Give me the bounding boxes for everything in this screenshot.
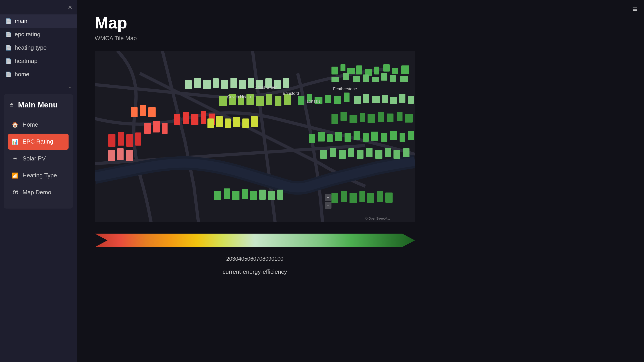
menu-item-label: Solar PV xyxy=(22,155,46,162)
svg-rect-62 xyxy=(219,96,226,106)
main-menu-header: 🖥 Main Menu xyxy=(8,100,68,113)
legend-tick-50: 50 xyxy=(244,256,250,262)
svg-rect-109 xyxy=(350,193,357,203)
sidebar-item-epc-rating[interactable]: 📄 epc rating xyxy=(0,28,77,41)
sidebar: × 📄 main 📄 epc rating 📄 heating type 📄 h… xyxy=(0,0,77,362)
svg-rect-87 xyxy=(144,123,151,134)
svg-rect-91 xyxy=(140,105,146,116)
svg-rect-71 xyxy=(194,78,201,88)
svg-rect-55 xyxy=(348,148,354,157)
svg-rect-77 xyxy=(248,78,254,88)
map-icon: 🗺 xyxy=(12,189,18,196)
legend-tick-90: 90 xyxy=(268,256,274,262)
menu-item-label: Heating Type xyxy=(22,172,57,179)
menu-item-heating-type[interactable]: 📶 Heating Type xyxy=(8,167,68,183)
svg-rect-26 xyxy=(372,96,380,103)
menu-item-map-demo[interactable]: 🗺 Map Demo xyxy=(8,184,68,200)
svg-rect-83 xyxy=(183,112,189,124)
svg-rect-59 xyxy=(385,148,391,157)
svg-rect-66 xyxy=(256,96,264,106)
svg-rect-69 xyxy=(284,94,291,105)
svg-rect-92 xyxy=(148,107,156,117)
menu-item-label: Home xyxy=(22,121,38,128)
sidebar-item-main[interactable]: 📄 main xyxy=(0,15,77,28)
svg-rect-110 xyxy=(360,191,365,202)
svg-rect-18 xyxy=(298,96,304,105)
chevron-down-icon: ⌄ xyxy=(68,84,72,90)
sidebar-nav: 📄 main 📄 epc rating 📄 heating type 📄 hea… xyxy=(0,13,77,83)
menu-item-solar-pv[interactable]: ☀ Solar PV xyxy=(8,151,68,167)
svg-rect-107 xyxy=(332,193,338,203)
svg-text:Cross Green: Cross Green xyxy=(254,85,278,90)
svg-rect-30 xyxy=(408,96,414,104)
svg-rect-28 xyxy=(390,97,397,104)
svg-rect-54 xyxy=(339,150,346,159)
svg-rect-93 xyxy=(208,119,214,128)
menu-item-home[interactable]: 🏠 Home xyxy=(8,117,68,133)
svg-rect-106 xyxy=(277,190,283,200)
sidebar-item-home[interactable]: 📄 home xyxy=(0,68,77,81)
svg-rect-85 xyxy=(201,111,206,124)
legend-tick-20: 20 xyxy=(226,256,232,262)
svg-rect-3 xyxy=(347,68,355,74)
svg-rect-11 xyxy=(343,73,349,80)
svg-rect-76 xyxy=(239,80,246,89)
svg-rect-81 xyxy=(283,78,289,88)
legend-tick-30: 30 xyxy=(232,256,238,262)
main-content: ≡ Map WMCA Tile Map xyxy=(77,0,644,362)
svg-rect-115 xyxy=(118,132,124,146)
svg-rect-50 xyxy=(400,133,405,142)
svg-rect-116 xyxy=(126,134,133,147)
sidebar-item-heating-type[interactable]: 📄 heating type xyxy=(0,41,77,54)
top-right-menu: ≡ xyxy=(632,5,637,14)
legend-tick-100: 100 xyxy=(274,256,284,262)
svg-rect-43 xyxy=(335,132,342,141)
svg-rect-29 xyxy=(399,94,406,103)
svg-rect-105 xyxy=(268,191,275,200)
svg-rect-99 xyxy=(214,191,221,200)
svg-rect-21 xyxy=(325,95,331,103)
svg-rect-100 xyxy=(224,188,230,199)
sidebar-item-heatmap[interactable]: 📄 heatmap xyxy=(0,54,77,68)
svg-rect-75 xyxy=(230,78,237,88)
chart-bar-icon: 📊 xyxy=(12,139,18,145)
svg-rect-74 xyxy=(221,80,228,89)
map-container[interactable]: Cross Green Brinsford Featherstone Coven… xyxy=(95,51,415,222)
svg-rect-94 xyxy=(216,116,223,127)
svg-rect-58 xyxy=(375,150,382,159)
svg-rect-118 xyxy=(108,150,115,161)
document-icon-4: 📄 xyxy=(6,58,12,64)
monitor-icon: 🖥 xyxy=(8,101,14,109)
svg-rect-15 xyxy=(381,73,388,81)
svg-rect-38 xyxy=(397,112,402,121)
svg-rect-53 xyxy=(330,148,336,157)
svg-rect-70 xyxy=(185,80,192,89)
svg-rect-102 xyxy=(242,189,248,199)
svg-rect-35 xyxy=(368,114,375,123)
svg-rect-117 xyxy=(135,133,141,146)
svg-rect-114 xyxy=(108,134,116,147)
svg-rect-119 xyxy=(117,148,124,160)
hamburger-button[interactable]: ≡ xyxy=(632,5,637,14)
svg-rect-45 xyxy=(354,131,360,140)
svg-rect-96 xyxy=(233,117,240,127)
svg-rect-103 xyxy=(250,191,257,200)
svg-text:© OpenStreetM...: © OpenStreetM... xyxy=(365,217,390,220)
svg-rect-112 xyxy=(377,191,383,202)
svg-rect-39 xyxy=(405,114,413,123)
svg-rect-89 xyxy=(162,123,168,134)
svg-text:+: + xyxy=(327,195,329,199)
svg-rect-67 xyxy=(266,94,272,105)
svg-text:LGREEN: LGREEN xyxy=(307,100,320,103)
svg-rect-60 xyxy=(394,150,400,159)
svg-rect-41 xyxy=(318,132,325,142)
menu-item-epc-rating[interactable]: 📊 EPC Rating xyxy=(8,134,68,150)
svg-rect-104 xyxy=(259,190,266,200)
svg-rect-13 xyxy=(363,75,369,82)
svg-rect-42 xyxy=(327,134,332,142)
sun-icon: ☀ xyxy=(12,156,18,162)
close-button[interactable]: × xyxy=(68,4,72,11)
sidebar-close-area: × xyxy=(0,0,77,13)
svg-rect-12 xyxy=(353,76,360,82)
legend-tick-70: 70 xyxy=(256,256,262,262)
